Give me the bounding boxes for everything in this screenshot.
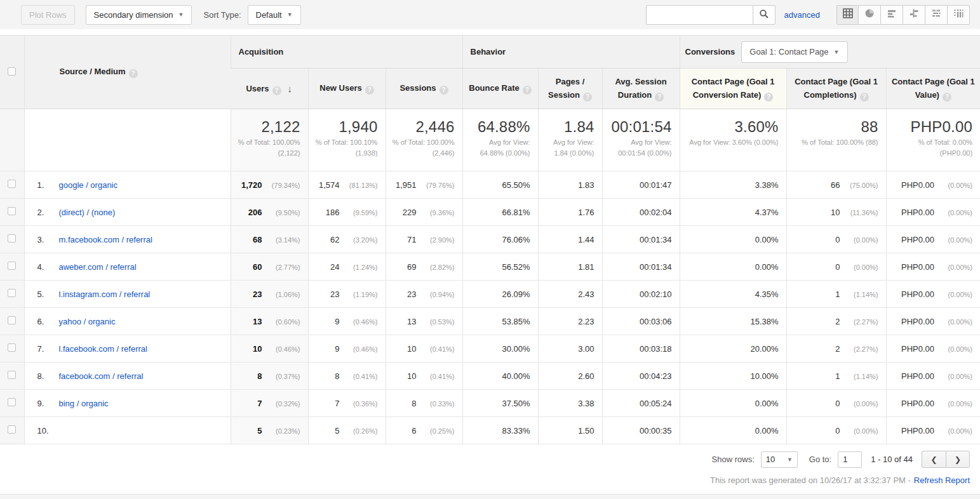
completions-value: 0 (835, 235, 840, 244)
row-checkbox[interactable] (8, 371, 16, 379)
new-users-value: 1,574 (319, 180, 340, 190)
table-row: 7.l.facebook.com / referral 10(0.46%) 9(… (0, 335, 980, 363)
pivot-view-button[interactable] (948, 5, 970, 25)
chevron-left-icon: ❮ (930, 455, 937, 464)
source-medium-link[interactable]: facebook.com / referral (59, 371, 144, 381)
comparison-icon (909, 8, 919, 21)
row-checkbox[interactable] (8, 343, 16, 352)
sessions-percent: (0.33%) (417, 400, 455, 408)
source-medium-link[interactable]: l.facebook.com / referral (59, 344, 147, 354)
table-row: 3.m.facebook.com / referral 68(3.14%) 62… (0, 226, 980, 253)
refresh-report-link[interactable]: Refresh Report (914, 476, 970, 485)
report-footer: This report was generated on 10/26/17 at… (0, 476, 980, 485)
next-page-button[interactable]: ❯ (946, 451, 970, 468)
source-medium-link[interactable]: yahoo / organic (59, 317, 116, 326)
show-rows-label: Show rows: (712, 455, 755, 464)
help-icon[interactable]: ? (440, 86, 448, 95)
sessions-value: 13 (407, 317, 416, 326)
performance-view-button[interactable] (881, 5, 903, 25)
select-all-checkbox[interactable] (8, 67, 16, 76)
pages-session-column-header[interactable]: Pages / Session? (538, 69, 602, 109)
help-icon[interactable]: ? (860, 93, 869, 102)
chevron-down-icon: ▼ (287, 11, 293, 18)
new-users-percent: (9.59%) (340, 209, 378, 216)
help-icon[interactable]: ? (129, 69, 138, 78)
help-icon[interactable]: ? (272, 86, 281, 95)
help-icon[interactable]: ? (523, 86, 532, 95)
sessions-percent: (9.36%) (417, 209, 455, 216)
source-medium-link[interactable]: bing / organic (59, 399, 109, 408)
users-value: 10 (253, 344, 262, 354)
completions-percent: (1.14%) (840, 291, 878, 298)
goal-selector-button[interactable]: Goal 1: Contact Page ▼ (741, 41, 847, 63)
pages-session-value: 3.00 (538, 335, 602, 363)
goal-value-percent: (0.00%) (934, 209, 972, 216)
row-checkbox[interactable] (8, 316, 16, 324)
help-icon[interactable]: ? (365, 86, 374, 95)
new-users-value: 7 (335, 399, 339, 408)
source-medium-link[interactable]: m.facebook.com / referral (59, 235, 152, 244)
table-row: 4.aweber.com / referral 60(2.77%) 24(1.2… (0, 253, 980, 281)
source-medium-header[interactable]: Source / Medium (60, 67, 126, 76)
avg-duration-value: 00:01:34 (602, 253, 680, 281)
new-users-total: 1,940 (311, 118, 378, 136)
row-checkbox[interactable] (8, 180, 16, 188)
pages-session-value: 3.38 (538, 390, 602, 417)
previous-page-button[interactable]: ❮ (922, 451, 946, 468)
sessions-value: 69 (407, 262, 416, 272)
conv-rate-value: 0.00% (680, 253, 786, 281)
help-icon[interactable]: ? (655, 93, 664, 102)
sort-type-label: Sort Type: (203, 10, 241, 20)
source-medium-link[interactable]: google / organic (59, 180, 118, 190)
source-medium-link[interactable]: (direct) / (none) (59, 208, 116, 217)
source-medium-link[interactable]: l.instagram.com / referral (59, 289, 151, 299)
row-checkbox[interactable] (8, 398, 16, 406)
bounce-rate-value: 56.52% (462, 253, 538, 281)
new-users-value: 9 (335, 317, 339, 326)
goal-conversion-rate-column-header[interactable]: Contact Page (Goal 1 Conversion Rate)? (680, 69, 786, 109)
row-checkbox[interactable] (8, 425, 16, 434)
new-users-column-header[interactable]: New Users? (308, 69, 386, 109)
goal-value-column-header[interactable]: Contact Page (Goal 1 Value)? (886, 69, 980, 109)
bar-chart-icon (887, 8, 897, 21)
table-view-button[interactable] (836, 5, 859, 25)
pivot-icon (953, 8, 963, 21)
pages-session-value: 2.60 (538, 363, 602, 390)
percentage-view-button[interactable] (859, 5, 881, 25)
bounce-rate-column-header[interactable]: Bounce Rate? (462, 69, 538, 109)
row-checkbox[interactable] (8, 234, 16, 243)
goal-value-total: PHP0.00 (889, 118, 973, 136)
new-users-value: 186 (326, 208, 340, 217)
row-checkbox[interactable] (8, 289, 16, 297)
show-rows-select[interactable]: 10 ▼ (761, 451, 798, 468)
help-icon[interactable]: ? (943, 93, 951, 102)
users-column-header[interactable]: Users?↓ (231, 69, 308, 109)
row-checkbox[interactable] (8, 262, 16, 270)
search-input[interactable] (646, 5, 753, 25)
sort-type-button[interactable]: Default ▼ (248, 5, 301, 25)
plot-rows-button[interactable]: Plot Rows (21, 5, 75, 25)
new-users-percent: (0.46%) (340, 345, 378, 353)
secondary-dimension-button[interactable]: Secondary dimension ▼ (86, 5, 192, 25)
search-button[interactable] (753, 5, 775, 25)
goal-value-percent: (0.00%) (934, 373, 972, 380)
sort-type-value: Default (256, 10, 282, 20)
new-users-percent: (81.13%) (340, 182, 378, 189)
source-medium-link[interactable]: aweber.com / referral (59, 262, 137, 272)
comparison-view-button[interactable] (903, 5, 925, 25)
sessions-column-header[interactable]: Sessions? (386, 69, 462, 109)
advanced-search-link[interactable]: advanced (784, 10, 820, 20)
completions-percent: (0.00%) (840, 400, 878, 408)
avg-duration-value: 00:03:18 (602, 335, 680, 363)
avg-session-duration-column-header[interactable]: Avg. Session Duration? (602, 69, 680, 109)
goal-value-total-sub: % of Total: 0.00% (PHP0.00) (889, 137, 973, 158)
term-cloud-view-button[interactable] (925, 5, 948, 25)
help-icon[interactable]: ? (764, 93, 773, 102)
sort-descending-icon[interactable]: ↓ (288, 83, 293, 94)
row-index: 7. (37, 344, 59, 354)
table-view-icon (843, 8, 853, 21)
goto-page-input[interactable] (838, 451, 862, 468)
help-icon[interactable]: ? (583, 93, 592, 102)
row-checkbox[interactable] (8, 207, 16, 215)
goal-completions-column-header[interactable]: Contact Page (Goal 1 Completions)? (786, 69, 886, 109)
